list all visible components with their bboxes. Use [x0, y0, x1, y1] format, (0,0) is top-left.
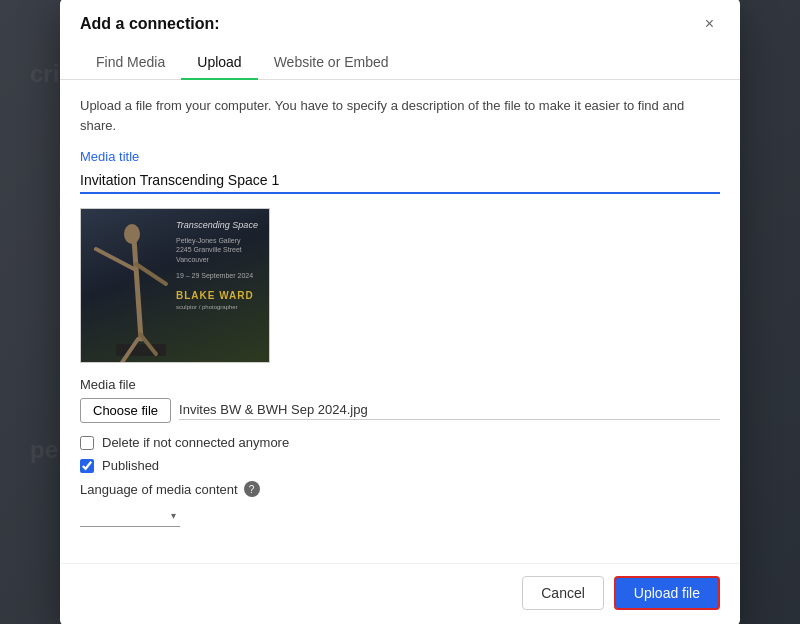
language-select-wrapper: English French German ▾ [80, 503, 180, 527]
tab-website-embed[interactable]: Website or Embed [258, 46, 405, 80]
preview-title: Transcending Space [176, 219, 269, 232]
cancel-button[interactable]: Cancel [522, 576, 604, 610]
help-icon[interactable]: ? [244, 481, 260, 497]
preview-address: 2245 Granville Street Vancouver [176, 245, 269, 265]
delete-checkbox[interactable] [80, 436, 94, 450]
preview-date: 19 – 29 September 2024 [176, 271, 269, 281]
language-select[interactable]: English French German [80, 503, 180, 527]
svg-point-6 [124, 224, 140, 244]
delete-checkbox-row: Delete if not connected anymore [80, 435, 720, 450]
published-checkbox-label[interactable]: Published [102, 458, 159, 473]
modal-footer: Cancel Upload file [60, 563, 740, 624]
published-checkbox-row: Published [80, 458, 720, 473]
media-file-label: Media file [80, 377, 720, 392]
delete-checkbox-label[interactable]: Delete if not connected anymore [102, 435, 289, 450]
add-connection-modal: Add a connection: × Find Media Upload We… [60, 0, 740, 624]
choose-file-button[interactable]: Choose file [80, 398, 171, 423]
language-label-row: Language of media content ? [80, 481, 720, 497]
upload-file-button[interactable]: Upload file [614, 576, 720, 610]
preview-artist-name: BLAKE WARD [176, 289, 269, 303]
preview-gallery: Petley-Jones Gallery [176, 236, 269, 246]
upload-description: Upload a file from your computer. You ha… [80, 96, 720, 135]
file-name-display: Invites BW & BWH Sep 2024.jpg [179, 402, 720, 420]
media-title-label: Media title [80, 149, 720, 164]
language-label: Language of media content [80, 482, 238, 497]
close-button[interactable]: × [699, 14, 720, 34]
image-preview: Transcending Space Petley-Jones Gallery … [80, 208, 270, 363]
modal-title: Add a connection: [80, 15, 220, 33]
media-title-input[interactable] [80, 168, 720, 194]
svg-line-1 [134, 239, 141, 339]
modal-overlay: Add a connection: × Find Media Upload We… [0, 0, 800, 624]
svg-rect-0 [116, 344, 166, 356]
modal-body: Upload a file from your computer. You ha… [60, 80, 740, 563]
image-text-overlay: Transcending Space Petley-Jones Gallery … [176, 219, 269, 311]
svg-line-2 [96, 249, 134, 269]
svg-line-3 [136, 264, 166, 284]
tab-upload[interactable]: Upload [181, 46, 257, 80]
media-file-section: Media file Choose file Invites BW & BWH … [80, 377, 720, 423]
published-checkbox[interactable] [80, 459, 94, 473]
tab-bar: Find Media Upload Website or Embed [60, 46, 740, 80]
media-file-row: Choose file Invites BW & BWH Sep 2024.jp… [80, 398, 720, 423]
modal-header: Add a connection: × [60, 0, 740, 34]
preview-artist-sub: sculptor / photographer [176, 303, 269, 311]
image-preview-inner: Transcending Space Petley-Jones Gallery … [81, 209, 269, 362]
tab-find-media[interactable]: Find Media [80, 46, 181, 80]
language-section: Language of media content ? English Fren… [80, 481, 720, 527]
sculpture-svg [86, 209, 186, 363]
